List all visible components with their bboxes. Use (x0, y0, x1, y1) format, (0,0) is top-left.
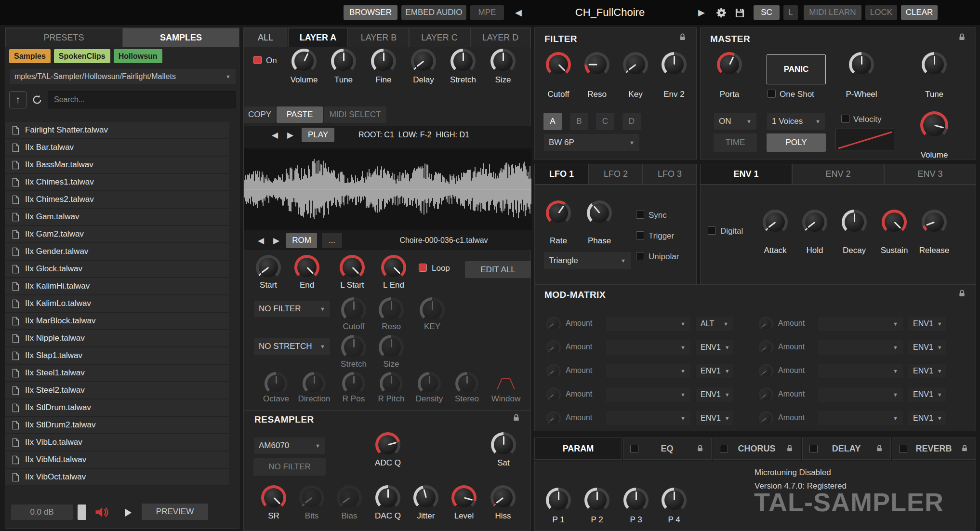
master-volume-knob[interactable] (920, 111, 948, 139)
lock-icon[interactable] (512, 413, 521, 423)
up-folder-icon[interactable]: ↑ (9, 91, 26, 108)
layer-fine-knob[interactable] (371, 49, 396, 74)
tab-reverb[interactable]: REVERB (892, 438, 976, 460)
hiss-knob[interactable] (490, 485, 516, 510)
mod-amount-knob[interactable] (546, 387, 561, 402)
list-item[interactable]: IIx Chimes2.talwav (5, 191, 229, 209)
tab-layer-c[interactable]: LAYER C (410, 28, 469, 47)
list-item[interactable]: IIx Glock.talwav (5, 261, 229, 278)
sync-checkbox[interactable] (636, 211, 644, 219)
list-item[interactable]: IIx Steel2.talwav (5, 382, 229, 399)
tab-env-1[interactable]: ENV 1 (700, 164, 792, 185)
lock-icon[interactable] (957, 289, 967, 298)
resampler-model-dropdown[interactable]: AM6070▼ (253, 437, 326, 454)
filter-group-d-button[interactable]: D (622, 113, 641, 130)
resampler-filter-button[interactable]: NO FILTER (253, 458, 326, 476)
mod-target-dropdown[interactable]: ▼ (605, 387, 691, 402)
env-release-knob[interactable] (922, 210, 947, 235)
list-item[interactable]: IIx StlDrum.talwav (5, 399, 229, 417)
prev-preset-icon[interactable]: ◀ (513, 7, 524, 18)
level-knob[interactable] (451, 485, 477, 510)
list-item[interactable]: IIx KalimHi.talwav (5, 278, 229, 295)
mod-source-dropdown[interactable]: ENV1▼ (695, 363, 734, 379)
browser-button[interactable]: BROWSER (344, 5, 397, 20)
panic-button[interactable]: PANIC (767, 54, 826, 84)
lock-icon[interactable] (696, 444, 704, 453)
p2-knob[interactable] (584, 488, 609, 513)
chorus-enable-checkbox[interactable] (720, 445, 728, 453)
p4-knob[interactable] (662, 488, 687, 513)
layer-tune-knob[interactable] (331, 49, 356, 74)
jitter-knob[interactable] (413, 485, 438, 510)
tag-spokenclips[interactable]: SpokenClips (54, 49, 110, 63)
env-decay-knob[interactable] (842, 210, 867, 235)
list-item[interactable]: IIx KalimLo.talwav (5, 295, 229, 313)
mod-source-dropdown[interactable]: ENV1▼ (908, 363, 946, 379)
layer-volume-knob[interactable] (291, 49, 317, 74)
mod-target-dropdown[interactable]: ▼ (818, 340, 903, 355)
lock-icon[interactable] (960, 444, 969, 453)
save-icon[interactable] (732, 5, 747, 20)
stretch-amount-knob[interactable] (341, 335, 366, 360)
voices-dropdown[interactable]: 1 Voices▼ (767, 113, 826, 130)
mod-source-dropdown[interactable]: ENV1▼ (695, 387, 734, 402)
adc-q-knob[interactable] (375, 432, 400, 457)
master-on-dropdown[interactable]: ON▼ (714, 113, 757, 130)
mod-target-dropdown[interactable]: ▼ (605, 340, 691, 355)
dac-q-knob[interactable] (375, 485, 400, 510)
stereo-knob[interactable] (455, 372, 478, 395)
mod-amount-knob[interactable] (546, 340, 561, 355)
lock-button[interactable]: LOCK (865, 5, 897, 20)
search-input[interactable] (48, 91, 236, 108)
tab-layer-a[interactable]: LAYER A (288, 28, 348, 47)
mod-target-dropdown[interactable]: ▼ (818, 316, 903, 332)
prev-file-icon[interactable]: ◀ (254, 233, 268, 248)
filter-reso-knob[interactable] (584, 52, 609, 77)
time-button[interactable]: TIME (714, 133, 757, 152)
sample-end-knob[interactable] (294, 255, 319, 280)
clear-button[interactable]: CLEAR (901, 5, 938, 20)
layer-on-led[interactable] (253, 56, 262, 64)
lfo-phase-knob[interactable] (587, 200, 612, 226)
tag-hollowsun[interactable]: Hollowsun (114, 49, 162, 63)
mod-amount-knob[interactable] (759, 364, 773, 378)
bits-knob[interactable] (299, 485, 324, 510)
density-knob[interactable] (418, 372, 441, 395)
mpe-button[interactable]: MPE (470, 5, 504, 20)
list-item[interactable]: IIx Gender.talwav (5, 243, 229, 261)
more-button[interactable]: ... (322, 233, 342, 248)
layer-filter-dropdown[interactable]: NO FILTER▼ (253, 300, 331, 318)
filter-group-c-button[interactable]: C (596, 113, 614, 130)
list-item[interactable]: IIx VibOct.talwav (5, 469, 229, 486)
filter-type-dropdown[interactable]: BW 6P▼ (543, 133, 640, 152)
eq-enable-checkbox[interactable] (630, 445, 638, 453)
velocity-checkbox[interactable] (841, 115, 849, 123)
preview-button[interactable]: PREVIEW (142, 504, 208, 520)
limiter-button[interactable]: L (783, 5, 798, 20)
stretch-size-knob[interactable] (379, 335, 404, 360)
edit-all-button[interactable]: EDIT ALL (465, 261, 531, 278)
mod-source-dropdown[interactable]: ENV1▼ (908, 411, 946, 426)
layer-reso-knob[interactable] (379, 297, 404, 322)
p1-knob[interactable] (546, 488, 571, 513)
layer-size-knob[interactable] (490, 49, 516, 74)
list-item[interactable]: IIx Gam.talwav (5, 209, 229, 226)
filter-env2-knob[interactable] (662, 52, 687, 77)
mod-amount-knob[interactable] (759, 317, 773, 331)
mod-amount-knob[interactable] (759, 387, 773, 402)
next-preset-icon[interactable]: ▶ (696, 7, 707, 18)
list-item[interactable]: IIx Slap1.talwav (5, 347, 229, 365)
paste-button[interactable]: PASTE (277, 106, 323, 123)
r-pitch-knob[interactable] (380, 372, 403, 395)
velocity-curve-display[interactable] (835, 129, 894, 150)
tab-eq[interactable]: EQ (623, 438, 712, 460)
sat-knob[interactable] (491, 432, 516, 457)
loop-start-knob[interactable] (340, 255, 365, 280)
tab-env-3[interactable]: ENV 3 (884, 164, 976, 185)
path-dropdown[interactable]: mples/TAL-Sampler/Hollowsun/Fairlight/Ma… (9, 68, 236, 85)
loop-led[interactable] (419, 264, 427, 272)
list-item[interactable]: IIx Chimes1.talwav (5, 174, 229, 191)
mod-amount-knob[interactable] (546, 411, 561, 425)
preview-level-display[interactable]: 0.0 dB (11, 504, 73, 520)
r-pos-knob[interactable] (342, 372, 365, 395)
